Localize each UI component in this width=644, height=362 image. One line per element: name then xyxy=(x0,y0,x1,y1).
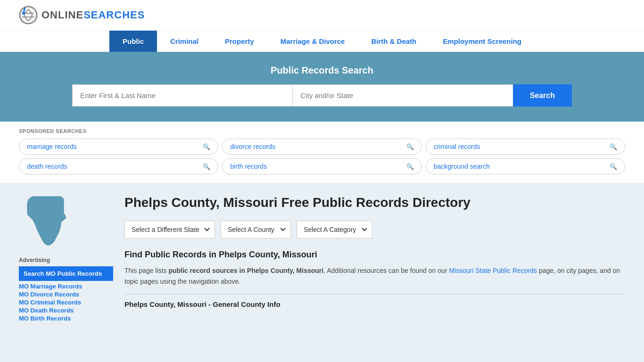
nav-item-criminal[interactable]: Criminal xyxy=(157,31,212,52)
sponsored-tag-4[interactable]: birth records 🔍 xyxy=(222,158,421,174)
search-button[interactable]: Search xyxy=(513,84,572,107)
sponsored-tag-2[interactable]: criminal records 🔍 xyxy=(426,139,625,155)
sponsored-tag-label-5: background search xyxy=(434,163,490,170)
sponsored-tag-5[interactable]: background search 🔍 xyxy=(426,158,625,174)
sidebar-link-0[interactable]: MO Marriage Records xyxy=(19,283,113,290)
nav-item-birth-death[interactable]: Birth & Death xyxy=(358,31,429,52)
sponsored-tag-3[interactable]: death records 🔍 xyxy=(19,158,218,174)
logo-text: ONLINE SEARCHES xyxy=(41,9,145,21)
desc-after-bold: . Additional resources can be found on o… xyxy=(323,267,449,274)
sponsored-tag-label-3: death records xyxy=(27,163,67,170)
find-records-title: Find Public Records in Phelps County, Mi… xyxy=(124,250,625,260)
content-area: Phelps County, Missouri Free Public Reco… xyxy=(124,194,625,323)
category-dropdown[interactable]: Select A Category xyxy=(297,221,372,239)
search-fields: Search xyxy=(72,84,572,107)
location-input[interactable] xyxy=(292,84,512,107)
sidebar: Advertising Search MO Public Records MO … xyxy=(19,194,113,323)
svg-point-0 xyxy=(20,7,37,24)
search-banner-title: Public Records Search xyxy=(19,65,625,76)
sidebar-link-1[interactable]: MO Divorce Records xyxy=(19,291,113,298)
description-text: This page lists public record sources in… xyxy=(124,265,625,287)
nav-item-public[interactable]: Public xyxy=(109,31,157,52)
state-dropdown[interactable]: Select a Different State xyxy=(124,221,215,239)
dropdowns-row: Select a Different State Select A County… xyxy=(124,221,625,239)
header: ONLINE SEARCHES xyxy=(0,0,644,30)
logo-area: ONLINE SEARCHES xyxy=(19,6,145,25)
county-dropdown[interactable]: Select A County xyxy=(221,221,291,239)
logo-searches: SEARCHES xyxy=(83,9,145,21)
main-nav: Public Criminal Property Marriage & Divo… xyxy=(0,30,644,52)
sponsored-tag-0[interactable]: marriage records 🔍 xyxy=(19,139,218,155)
missouri-map-svg xyxy=(19,194,75,246)
nav-item-employment[interactable]: Employment Screening xyxy=(429,31,535,52)
state-map xyxy=(19,194,113,247)
logo-online: ONLINE xyxy=(41,9,83,21)
ad-highlight[interactable]: Search MO Public Records xyxy=(19,266,113,281)
section-divider xyxy=(124,294,625,295)
search-banner: Public Records Search Search xyxy=(0,52,644,122)
search-icon-0: 🔍 xyxy=(203,143,210,150)
advertising-label: Advertising xyxy=(19,257,113,263)
logo-icon xyxy=(19,6,38,25)
sidebar-link-3[interactable]: MO Death Records xyxy=(19,307,113,314)
nav-item-marriage-divorce[interactable]: Marriage & Divorce xyxy=(267,31,358,52)
desc-bold: public record sources in Phelps County, … xyxy=(168,267,323,274)
desc-before-bold: This page lists xyxy=(124,267,168,274)
sponsored-tag-label-1: divorce records xyxy=(230,143,275,150)
name-input[interactable] xyxy=(72,84,292,107)
sponsored-grid: marriage records 🔍 divorce records 🔍 cri… xyxy=(19,139,625,174)
search-icon-4: 🔍 xyxy=(406,163,414,170)
general-info-title: Phelps County, Missouri - General County… xyxy=(124,300,625,308)
sponsored-tag-1[interactable]: divorce records 🔍 xyxy=(222,139,421,155)
sidebar-link-2[interactable]: MO Criminal Records xyxy=(19,299,113,306)
search-icon-3: 🔍 xyxy=(203,163,210,170)
svg-point-3 xyxy=(22,12,25,15)
missouri-records-link[interactable]: Missouri State Public Records xyxy=(449,267,537,274)
search-icon-5: 🔍 xyxy=(610,163,617,170)
sponsored-tag-label-0: marriage records xyxy=(27,143,77,150)
sponsored-label: SPONSORED SEARCHES xyxy=(19,128,625,134)
sponsored-tag-label-2: criminal records xyxy=(434,143,480,150)
sponsored-tag-label-4: birth records xyxy=(230,163,267,170)
main-content: Advertising Search MO Public Records MO … xyxy=(0,183,644,334)
nav-item-property[interactable]: Property xyxy=(212,31,267,52)
page-title: Phelps County, Missouri Free Public Reco… xyxy=(124,194,625,211)
search-icon-1: 🔍 xyxy=(406,143,414,150)
sponsored-section: SPONSORED SEARCHES marriage records 🔍 di… xyxy=(0,122,644,183)
sidebar-link-4[interactable]: MO Birth Records xyxy=(19,315,113,322)
search-icon-2: 🔍 xyxy=(610,143,617,150)
